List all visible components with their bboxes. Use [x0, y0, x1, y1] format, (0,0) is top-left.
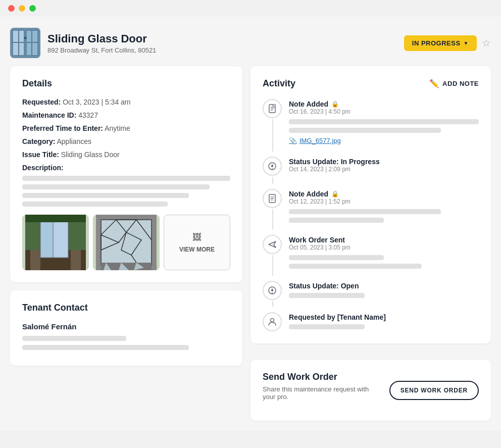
- category-row: Category: Appliances: [22, 137, 230, 145]
- avatar: [10, 28, 40, 58]
- timeline-item-note-2: Note Added 🔒 Oct 12, 2023 | 1:52 pm: [263, 189, 479, 223]
- svg-point-41: [272, 292, 273, 293]
- paperclip-icon: 📎: [289, 137, 297, 144]
- status-title-1: Status Update: In Progress: [289, 158, 479, 166]
- maintenance-id-label: Maintenance ID:: [22, 111, 76, 119]
- note-icon-1: [263, 99, 282, 118]
- view-more-button[interactable]: 🖼 VIEW MORE: [164, 215, 230, 270]
- header: Sliding Glass Door 892 Broadway St, Fort…: [10, 23, 491, 66]
- requested-line: [289, 324, 365, 329]
- header-info: Sliding Glass Door 892 Broadway St, Fort…: [47, 32, 397, 54]
- traffic-light-yellow[interactable]: [19, 5, 25, 12]
- title-bar: [0, 0, 501, 17]
- send-work-order-button[interactable]: SEND WORK ORDER: [389, 381, 479, 400]
- timeline-content-status-open: Status Update: Open: [289, 281, 479, 300]
- description-line-3: [22, 193, 189, 198]
- timeline-item-note-1: Note Added 🔒 Oct 16, 2023 | 4:50 pm 📎 IM…: [263, 99, 479, 144]
- workorder-line-2: [289, 264, 422, 269]
- svg-rect-6: [26, 42, 38, 43]
- preferred-time-row: Preferred Time to Enter: Anytime: [22, 124, 230, 132]
- timeline-content-requested: Requested by [Tenant Name]: [289, 312, 479, 331]
- requested-label: Requested:: [22, 98, 61, 106]
- svg-rect-11: [40, 220, 54, 258]
- description-label: Description:: [22, 164, 230, 172]
- add-note-label: ADD NOTE: [442, 80, 479, 87]
- status-title-open: Status Update: Open: [289, 282, 479, 290]
- details-title: Details: [22, 78, 230, 89]
- timeline-item-workorder: Work Order Sent Oct 05, 2023 | 3:05 pm: [263, 235, 479, 269]
- timeline-content-workorder: Work Order Sent Oct 05, 2023 | 3:05 pm: [289, 235, 479, 269]
- issue-title-label: Issue Title:: [22, 151, 59, 159]
- note-date-1: Oct 16, 2023 | 4:50 pm: [289, 108, 479, 115]
- note-title-2: Note Added 🔒: [289, 190, 479, 198]
- issue-title-value: Sliding Glass Door: [61, 151, 120, 159]
- send-work-order-label: SEND WORK ORDER: [400, 387, 468, 394]
- left-column: Details Requested: Oct 3, 2023 | 5:34 am…: [10, 66, 242, 366]
- issue-title-row: Issue Title: Sliding Glass Door: [22, 151, 230, 159]
- edit-icon: ✏️: [429, 79, 440, 88]
- requested-value: Oct 3, 2023 | 5:34 am: [63, 98, 130, 106]
- status-label: IN PROGRESS: [412, 39, 461, 47]
- timeline-content-note-2: Note Added 🔒 Oct 12, 2023 | 1:52 pm: [289, 189, 479, 223]
- tenant-contact-title: Tenant Contact: [22, 303, 230, 313]
- requested-title: Requested by [Tenant Name]: [289, 313, 479, 321]
- workorder-line-1: [289, 255, 384, 260]
- favorite-button[interactable]: ☆: [482, 37, 491, 49]
- note-line-1a: [289, 119, 479, 124]
- work-order-text: Send Work Order Share this maintenance r…: [263, 372, 383, 409]
- status-button[interactable]: IN PROGRESS ▼: [404, 35, 477, 51]
- tenant-contact-card: Tenant Contact Salomé Fernán: [10, 290, 242, 366]
- activity-card: Activity ✏️ ADD NOTE: [250, 66, 491, 343]
- svg-point-42: [271, 319, 274, 322]
- person-icon: [263, 312, 282, 331]
- lock-icon-1: 🔒: [331, 101, 339, 108]
- app-body: Sliding Glass Door 892 Broadway St, Fort…: [0, 17, 501, 431]
- gallery-image-1[interactable]: [22, 215, 89, 270]
- maintenance-id-value: 43327: [78, 111, 98, 119]
- timeline-content-note-1: Note Added 🔒 Oct 16, 2023 | 4:50 pm 📎 IM…: [289, 99, 479, 144]
- note-line-2b: [289, 218, 384, 223]
- svg-rect-12: [53, 220, 68, 258]
- status-icon-open: [263, 281, 282, 300]
- traffic-light-red[interactable]: [8, 5, 15, 12]
- note-date-2: Oct 12, 2023 | 1:52 pm: [289, 198, 479, 205]
- header-actions: IN PROGRESS ▼ ☆: [404, 35, 491, 51]
- activity-header: Activity ✏️ ADD NOTE: [263, 78, 479, 89]
- note-icon-2: [263, 189, 282, 208]
- timeline: Note Added 🔒 Oct 16, 2023 | 4:50 pm 📎 IM…: [263, 99, 479, 331]
- note-line-1b: [289, 128, 441, 133]
- workorder-icon: [263, 235, 282, 254]
- details-card: Details Requested: Oct 3, 2023 | 5:34 am…: [10, 66, 242, 282]
- timeline-item-status-1: Status Update: In Progress Oct 14, 2023 …: [263, 157, 479, 177]
- star-icon: ☆: [482, 37, 491, 48]
- view-more-label: VIEW MORE: [179, 246, 215, 253]
- timeline-item-requested: Requested by [Tenant Name]: [263, 312, 479, 331]
- add-note-button[interactable]: ✏️ ADD NOTE: [429, 79, 479, 88]
- svg-rect-7: [24, 37, 27, 39]
- traffic-light-green[interactable]: [29, 5, 36, 12]
- lock-icon-2: 🔒: [331, 190, 339, 197]
- send-work-order-card: Send Work Order Share this maintenance r…: [250, 360, 491, 421]
- timeline-item-status-open: Status Update: Open: [263, 281, 479, 300]
- workorder-date: Oct 05, 2023 | 3:05 pm: [289, 244, 479, 251]
- work-order-title: Send Work Order: [263, 372, 383, 382]
- work-order-description: Share this maintenance request with your…: [263, 385, 383, 401]
- attachment-link-1[interactable]: 📎 IMG_6577.jpg: [289, 137, 479, 144]
- requested-row: Requested: Oct 3, 2023 | 5:34 am: [22, 98, 230, 106]
- timeline-content-status-1: Status Update: In Progress Oct 14, 2023 …: [289, 157, 479, 177]
- workorder-title: Work Order Sent: [289, 236, 479, 244]
- preferred-time-value: Anytime: [105, 124, 130, 132]
- header-address: 892 Broadway St, Fort Collins, 80521: [47, 46, 397, 54]
- gallery-image-2[interactable]: [93, 215, 160, 270]
- svg-rect-15: [71, 250, 81, 270]
- description-line-4: [22, 202, 168, 207]
- category-value: Appliances: [57, 137, 91, 145]
- page-title: Sliding Glass Door: [47, 32, 397, 45]
- attachment-filename: IMG_6577.jpg: [299, 137, 341, 144]
- chevron-down-icon: ▼: [464, 40, 469, 46]
- note-title-1: Note Added 🔒: [289, 100, 479, 108]
- right-column: Activity ✏️ ADD NOTE: [250, 66, 491, 421]
- svg-rect-5: [13, 42, 24, 43]
- status-icon-1: [263, 157, 282, 176]
- preferred-time-label: Preferred Time to Enter:: [22, 124, 103, 132]
